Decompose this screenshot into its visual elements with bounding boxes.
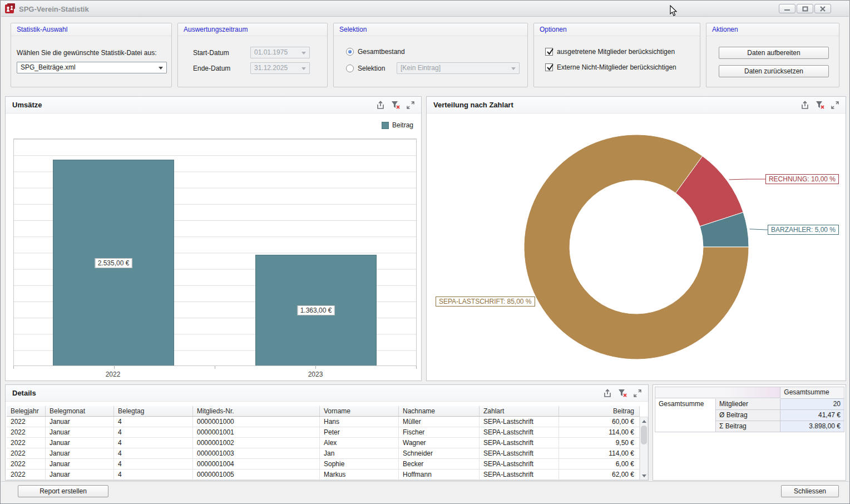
table-cell: Müller xyxy=(399,417,480,427)
table-cell: Januar xyxy=(46,427,114,437)
panel-header: Details xyxy=(6,385,648,402)
table-row[interactable]: 2022Januar40000001005MarkusHoffmannSEPA-… xyxy=(7,470,640,480)
checkbox-ausgetretene[interactable]: ausgetretene Mitglieder berücksichtigen xyxy=(545,48,675,56)
column-header-nachname[interactable]: Nachname xyxy=(399,406,480,416)
filter-clear-icon[interactable] xyxy=(815,100,825,110)
table-row[interactable]: 2022Januar40000001004SophieBeckerSEPA-La… xyxy=(7,459,640,470)
groupbox-aktionen: Aktionen Daten aufbereiten Daten zurücks… xyxy=(706,23,839,87)
radio-selektion-label: Selektion xyxy=(358,65,385,72)
ende-datum-field[interactable]: 31.12.2025 xyxy=(250,62,310,74)
statistik-file-label: Wählen Sie die gewünschte Statistik-Date… xyxy=(17,49,156,57)
table-cell: Jan xyxy=(320,448,399,458)
title-bar[interactable]: SPG-Verein-Statistik xyxy=(1,1,849,17)
column-header-belegjahr[interactable]: Belegjahr xyxy=(7,406,46,416)
checkbox-externe[interactable]: Externe Nicht-Mitglieder berücksichtigen xyxy=(545,63,676,71)
bar-value-label-2023: 1.363,00 € xyxy=(298,305,335,315)
close-button[interactable] xyxy=(814,4,831,13)
panel-header: Umsätze xyxy=(6,97,421,113)
table-cell: 4 xyxy=(114,438,193,448)
table-cell: 60,00 € xyxy=(559,417,640,427)
statistik-file-value: SPG_Beiträge.xml xyxy=(21,63,76,71)
donut-svg xyxy=(427,113,846,381)
summary-metric-label: Mitglieder xyxy=(716,399,780,410)
column-header-belegtag[interactable]: Belegtag xyxy=(114,406,193,416)
summary-metric-label: Σ Beitrag xyxy=(716,421,780,432)
table-row[interactable]: 2022Januar40000001002AlexWagnerSEPA-Last… xyxy=(7,438,640,448)
table-row[interactable]: 2022Januar40000001001PeterFischerSEPA-La… xyxy=(7,427,640,438)
table-cell: SEPA-Lastschrift xyxy=(480,438,559,448)
table-cell: SEPA-Lastschrift xyxy=(480,427,559,437)
bar-chart-plot: 2.535,00 € 1.363,00 € xyxy=(13,139,417,366)
selektion-combobox[interactable]: [Kein Eintrag] xyxy=(397,62,520,74)
column-header-vorname[interactable]: Vorname xyxy=(320,406,399,416)
legend-swatch-beitrag xyxy=(382,122,389,129)
table-cell: Hans xyxy=(320,417,399,427)
table-cell: Januar xyxy=(46,470,114,480)
table-cell: Markus xyxy=(320,470,399,480)
summary-row-header: Gesamtsumme xyxy=(655,399,716,432)
panel-title: Umsätze xyxy=(12,101,42,109)
table-cell: Januar xyxy=(46,417,114,427)
report-erstellen-button[interactable]: Report erstellen xyxy=(18,485,108,497)
daten-zuruecksetzen-button[interactable]: Daten zurücksetzen xyxy=(719,65,829,77)
column-header-belegmonat[interactable]: Belegmonat xyxy=(46,406,114,416)
ende-datum-value: 31.12.2025 xyxy=(254,64,288,72)
export-icon[interactable] xyxy=(800,100,810,110)
chevron-down-icon xyxy=(302,67,306,70)
summary-metric-value: 3.898,00 € xyxy=(780,421,844,432)
table-cell: 6,00 € xyxy=(559,459,640,469)
callout-rechnung: RECHNUNG: 10,00 % xyxy=(765,174,839,184)
table-cell: 4 xyxy=(114,448,193,458)
table-cell: 2022 xyxy=(7,438,46,448)
table-cell: 4 xyxy=(114,459,193,469)
start-datum-field[interactable]: 01.01.1975 xyxy=(250,47,310,58)
table-cell: Hoffmann xyxy=(399,470,480,480)
groupbox-optionen: Optionen ausgetretene Mitglieder berücks… xyxy=(533,23,700,87)
checkbox-checked-icon xyxy=(545,63,553,71)
expand-icon[interactable] xyxy=(830,100,840,110)
panel-umsaetze: Umsätze Beitrag 2.535,00 € 1.363, xyxy=(5,96,422,381)
scrollbar-thumb[interactable] xyxy=(641,426,647,444)
radio-selektion[interactable]: Selektion xyxy=(346,65,385,72)
vertical-scrollbar[interactable] xyxy=(640,417,648,480)
expand-icon[interactable] xyxy=(406,100,416,110)
summary-metric-row: Ø Beitrag41,47 € xyxy=(716,410,844,421)
scroll-down-icon[interactable] xyxy=(640,472,648,480)
bar-value-label-2022: 2.535,00 € xyxy=(95,258,132,268)
filter-clear-icon[interactable] xyxy=(617,388,627,398)
table-row[interactable]: 2022Januar40000001000HansMüllerSEPA-Last… xyxy=(7,417,640,427)
checkbox-externe-label: Externe Nicht-Mitglieder berücksichtigen xyxy=(557,63,676,71)
table-cell: Januar xyxy=(46,448,114,458)
table-header-row[interactable]: BelegjahrBelegmonatBelegtagMitglieds-Nr.… xyxy=(7,406,640,417)
table-cell: 0000001001 xyxy=(193,427,320,437)
callout-barzahler: BARZAHLER: 5,00 % xyxy=(768,225,839,235)
expand-icon[interactable] xyxy=(632,388,643,398)
table-cell: 2022 xyxy=(7,417,46,427)
scroll-up-icon[interactable] xyxy=(640,417,648,425)
table-cell: Sophie xyxy=(320,459,399,469)
minimize-button[interactable] xyxy=(779,4,795,13)
legend-label: Beitrag xyxy=(392,121,413,129)
filter-clear-icon[interactable] xyxy=(391,100,401,110)
groupbox-statistik-auswahl: Statistik-Auswahl Wählen Sie die gewünsc… xyxy=(11,23,172,87)
column-header-mitglieds-nr-[interactable]: Mitglieds-Nr. xyxy=(193,406,320,416)
schliessen-button[interactable]: Schliessen xyxy=(781,485,839,497)
column-header-beitrag[interactable]: Beitrag xyxy=(559,406,640,416)
window-title: SPG-Verein-Statistik xyxy=(19,5,89,13)
statistik-file-combobox[interactable]: SPG_Beiträge.xml xyxy=(17,62,167,73)
export-icon[interactable] xyxy=(602,388,612,398)
table-cell: SEPA-Lastschrift xyxy=(480,417,559,427)
table-row[interactable]: 2022Januar40000001003JanSchneiderSEPA-La… xyxy=(7,448,640,459)
table-cell: 0000001000 xyxy=(193,417,320,427)
column-header-zahlart[interactable]: Zahlart xyxy=(480,406,559,416)
export-icon[interactable] xyxy=(375,100,386,110)
maximize-button[interactable] xyxy=(797,4,813,13)
panel-title: Details xyxy=(12,389,36,397)
radio-gesamtbestand[interactable]: Gesamtbestand xyxy=(346,48,405,56)
groupbox-auswertungszeitraum: Auswertungszeitraum Start-Datum 01.01.19… xyxy=(177,23,328,87)
summary-metrics: Mitglieder20Ø Beitrag41,47 €Σ Beitrag3.8… xyxy=(716,399,844,432)
start-datum-label: Start-Datum xyxy=(193,49,229,57)
panel-verteilung: Verteilung nach Zahlart RECHNUNG: 10,00 … xyxy=(426,96,846,381)
daten-aufbereiten-button[interactable]: Daten aufbereiten xyxy=(719,47,829,59)
table-cell: 2022 xyxy=(7,448,46,458)
